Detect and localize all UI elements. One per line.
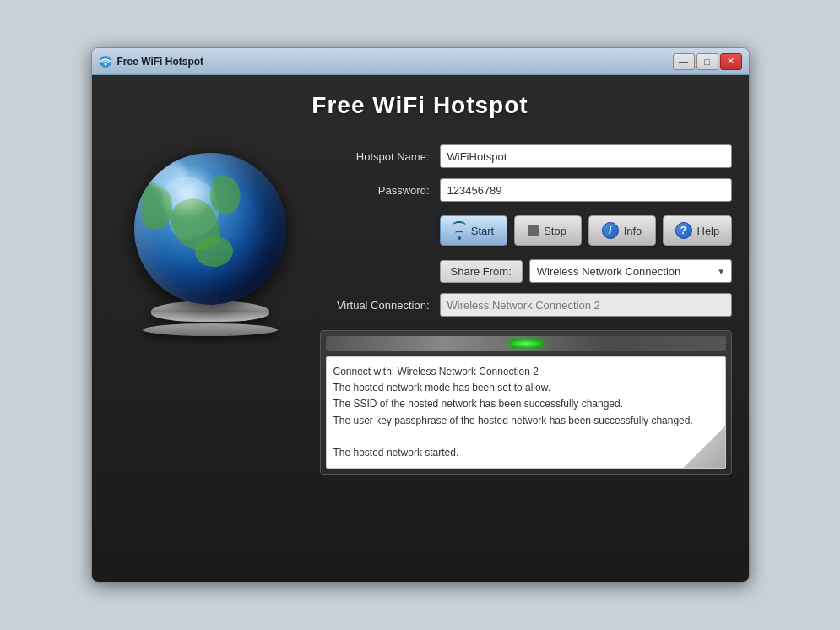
- globe-section: [117, 144, 303, 339]
- share-from-row: Share From: Wireless Network Connection …: [320, 259, 733, 283]
- title-bar-controls: — □ ✕: [673, 53, 742, 70]
- wifi-arc-middle: [455, 231, 463, 236]
- stop-button[interactable]: Stop: [514, 215, 582, 246]
- password-input[interactable]: [440, 178, 733, 202]
- wifi-icon: [453, 221, 466, 240]
- hotspot-name-input[interactable]: [440, 144, 733, 168]
- log-box-wrapper: Connect with: Wireless Network Connectio…: [326, 356, 727, 469]
- password-label: Password:: [320, 184, 430, 197]
- log-line-6: The hosted network started.: [333, 445, 719, 461]
- hotspot-name-row: Hotspot Name:: [320, 144, 733, 168]
- title-bar-text: Free WiFi Hotspot: [117, 56, 204, 68]
- wifi-arc-dot: [458, 236, 461, 240]
- start-label: Start: [471, 225, 494, 237]
- main-window: Free WiFi Hotspot — □ ✕ Free WiFi Hotspo…: [91, 47, 750, 583]
- status-led: [509, 339, 543, 348]
- stop-icon: [528, 225, 539, 236]
- app-title: Free WiFi Hotspot: [117, 92, 723, 119]
- minimize-button[interactable]: —: [673, 53, 695, 70]
- log-line-3: The SSID of the hosted network has been …: [333, 396, 719, 412]
- log-line-4: The user key passphrase of the hosted ne…: [333, 413, 719, 429]
- wifi-arc-outer: [453, 221, 466, 230]
- help-button[interactable]: ? Help: [663, 215, 733, 246]
- log-line-1: Connect with: Wireless Network Connectio…: [333, 364, 719, 380]
- help-icon: ?: [675, 222, 692, 239]
- log-line-2: The hosted network mode has been set to …: [333, 380, 719, 396]
- controls-section: Hotspot Name: Password:: [320, 144, 733, 475]
- stop-label: Stop: [544, 225, 566, 237]
- maximize-button[interactable]: □: [696, 53, 718, 70]
- share-from-select[interactable]: Wireless Network Connection Local Area C…: [529, 259, 733, 283]
- title-bar: Free WiFi Hotspot — □ ✕: [92, 48, 749, 75]
- status-bar: [326, 336, 727, 351]
- buttons-row: Start Stop i Info ? Help: [440, 215, 733, 246]
- close-button[interactable]: ✕: [720, 53, 742, 70]
- virtual-connection-row: Virtual Connection:: [320, 293, 733, 317]
- virtual-connection-input: [440, 293, 733, 317]
- start-button[interactable]: Start: [440, 215, 507, 246]
- log-line-5: [333, 429, 719, 445]
- title-bar-left: Free WiFi Hotspot: [99, 55, 204, 68]
- info-label: Info: [624, 225, 642, 237]
- password-row: Password:: [320, 178, 733, 202]
- svg-point-1: [104, 62, 106, 65]
- log-box: Connect with: Wireless Network Connectio…: [326, 356, 727, 469]
- status-area: Connect with: Wireless Network Connectio…: [320, 330, 733, 475]
- hotspot-name-label: Hotspot Name:: [320, 150, 430, 163]
- app-body: Free WiFi Hotspot: [92, 75, 749, 582]
- app-icon: [99, 55, 112, 68]
- info-icon: i: [602, 222, 619, 239]
- info-button[interactable]: i Info: [588, 215, 656, 246]
- share-from-button[interactable]: Share From:: [440, 260, 523, 283]
- virtual-connection-label: Virtual Connection:: [320, 299, 430, 312]
- main-content: Hotspot Name: Password:: [117, 144, 723, 475]
- globe-graphic: [134, 153, 286, 305]
- share-select-wrapper: Wireless Network Connection Local Area C…: [529, 259, 733, 283]
- help-label: Help: [697, 225, 720, 237]
- globe-base: [143, 323, 278, 336]
- globe-wrapper: [126, 153, 295, 339]
